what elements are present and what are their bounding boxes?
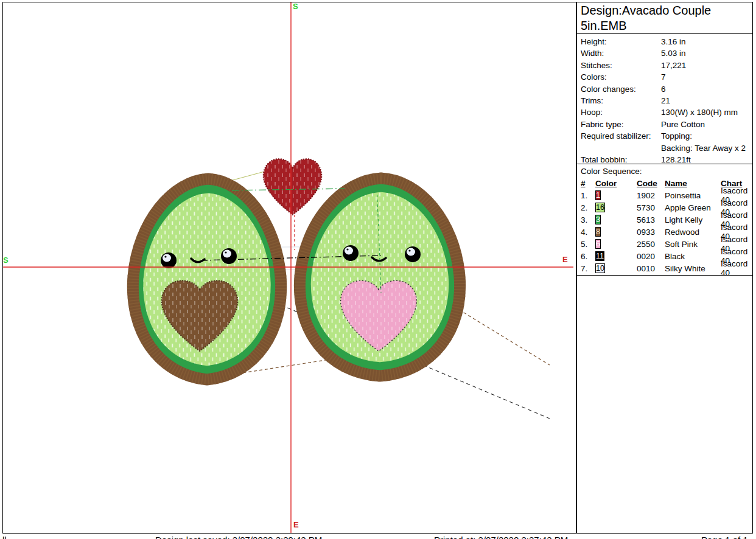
thread-name: Light Kelly — [665, 215, 721, 224]
spec-value: 21 — [661, 95, 752, 106]
spec-hoop: Hoop: 130(W) x 180(H) mm — [581, 106, 752, 118]
row-num: 3. — [581, 215, 595, 224]
spec-trims: Trims: 21 — [581, 95, 752, 106]
row-num: 2. — [581, 203, 595, 212]
red-heart — [264, 159, 322, 215]
end-marker-right: E — [562, 256, 568, 263]
stabilizer-backing: Backing: Tear Away x 2 — [661, 144, 746, 153]
swatch-cell: 8 — [595, 227, 637, 237]
start-marker-left: S — [3, 256, 9, 264]
thread-code: 0020 — [637, 252, 665, 261]
spec-label: Trims: — [581, 95, 661, 106]
thread-swatch: 16 — [595, 203, 605, 212]
spec-label: Fabric type: — [581, 119, 661, 130]
start-marker-top: S — [293, 2, 298, 10]
thread-swatch: 11 — [595, 251, 604, 261]
swatch-cell: 6 — [595, 239, 637, 249]
spec-value: 3.16 in — [661, 36, 752, 47]
swatch-cell: 16 — [595, 203, 637, 212]
thread-code: 5730 — [637, 203, 665, 212]
swatch-cell: 3 — [595, 215, 637, 224]
col-code: Code — [637, 179, 665, 188]
thread-name: Apple Green — [665, 203, 721, 212]
spec-width: Width: 5.03 in — [581, 47, 752, 59]
thread-name: Silky White — [665, 264, 721, 273]
spec-value: 6 — [661, 83, 752, 95]
spec-label: Required stabilizer: — [581, 130, 661, 154]
spec-stitches: Stitches: 17,221 — [581, 60, 752, 71]
row-num: 4. — [581, 228, 595, 237]
design-title-box: Design:Avacado Couple 5in.EMB — [576, 2, 753, 34]
spec-label: Hoop: — [581, 106, 661, 118]
swatch-cell: 11 — [595, 251, 637, 261]
thread-code: 0933 — [637, 228, 665, 237]
spec-height: Height: 3.16 in — [581, 36, 752, 47]
spec-stabilizer: Required stabilizer: Topping: Backing: T… — [581, 130, 752, 154]
thread-swatch: 1 — [595, 190, 601, 200]
thread-code: 1902 — [637, 191, 665, 200]
thread-swatch: 8 — [595, 227, 601, 237]
thread-name: Redwood — [665, 228, 721, 237]
footer-fragment: ll — [2, 535, 7, 539]
crosshair — [3, 2, 573, 533]
stabilizer-topping: Topping: — [661, 131, 692, 141]
color-row: 7. 10 0010 Silky White Isacord 40 — [581, 262, 749, 274]
print-preview-page: S S E E Design:Avacado Couple 5in.EMB He… — [0, 0, 756, 539]
design-specs-box: Height: 3.16 in Width: 5.03 in Stitches:… — [576, 33, 753, 164]
spec-value: 17,221 — [661, 60, 752, 71]
spec-value: Pure Cotton — [661, 119, 752, 130]
spec-label: Stitches: — [581, 60, 661, 71]
left-avocado — [133, 179, 281, 380]
thread-name: Soft Pink — [665, 240, 721, 249]
spec-colors: Colors: 7 — [581, 71, 752, 83]
spec-color-changes: Color changes: 6 — [581, 83, 752, 95]
thread-code: 5613 — [637, 215, 665, 224]
spec-value: 7 — [661, 71, 752, 83]
footer-page-number: Page 1 of 1 — [701, 535, 748, 539]
row-num: 5. — [581, 240, 595, 249]
end-marker-bottom: E — [293, 521, 299, 529]
right-avocado — [299, 178, 460, 376]
spec-value: 130(W) x 180(H) mm — [661, 106, 752, 118]
spec-label: Color changes: — [581, 83, 661, 95]
spec-label: Width: — [581, 47, 661, 59]
col-color: Color — [595, 179, 637, 188]
thread-code: 2550 — [637, 240, 665, 249]
design-title: Design:Avacado Couple 5in.EMB — [581, 4, 711, 32]
color-sequence-box: Color Sequence: # Color Code Name Chart … — [576, 164, 753, 534]
thread-name: Poinsettia — [665, 191, 721, 200]
spec-value: 5.03 in — [661, 47, 752, 59]
thread-swatch: 10 — [595, 263, 605, 273]
thread-code: 0010 — [637, 264, 665, 273]
spec-value: Topping: Backing: Tear Away x 2 — [661, 130, 752, 154]
thread-chart: Isacord 40 — [721, 259, 749, 277]
design-canvas — [2, 2, 576, 534]
footer-design-saved: Design last saved: 3/07/2020 3:39:43 PM — [155, 535, 322, 539]
spec-label: Colors: — [581, 71, 661, 83]
swatch-cell: 1 — [595, 190, 637, 200]
spec-label: Height: — [581, 36, 661, 47]
thread-swatch: 6 — [595, 239, 601, 249]
footer-printed-at: Printed at: 3/07/2020 3:37:43 PM — [434, 535, 568, 539]
embroidery-preview — [3, 2, 576, 533]
row-num: 1. — [581, 191, 595, 200]
thread-name: Black — [665, 252, 721, 261]
row-num: 6. — [581, 252, 595, 261]
spec-fabric: Fabric type: Pure Cotton — [581, 119, 752, 130]
col-num: # — [581, 179, 595, 188]
col-name: Name — [665, 179, 721, 188]
color-sequence-heading: Color Sequence: — [581, 165, 749, 177]
thread-swatch: 3 — [595, 215, 601, 224]
row-num: 7. — [581, 264, 595, 273]
swatch-cell: 10 — [595, 263, 637, 273]
